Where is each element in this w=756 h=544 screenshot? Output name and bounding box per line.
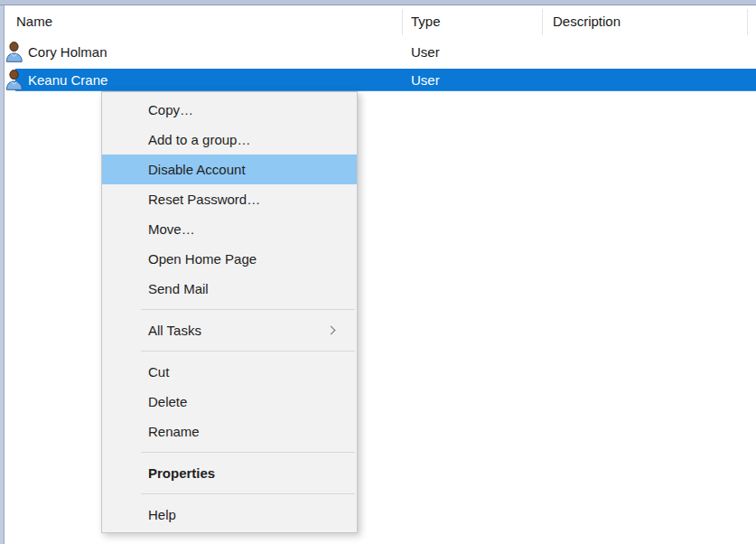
row-type: User [411, 41, 440, 63]
window-left-strip [0, 5, 5, 544]
menu-item-delete[interactable]: Delete [102, 387, 357, 417]
row-type: User [411, 69, 440, 91]
chevron-right-icon [327, 326, 336, 335]
column-divider[interactable] [542, 9, 543, 35]
column-header-description[interactable]: Description [553, 13, 621, 31]
menu-item-help[interactable]: Help [102, 500, 357, 530]
menu-item-move[interactable]: Move… [102, 214, 357, 244]
menu-item-rename[interactable]: Rename [102, 417, 357, 446]
menu-item-add-to-a-group[interactable]: Add to a group… [102, 125, 357, 155]
menu-separator [141, 309, 355, 310]
menu-item-cut[interactable]: Cut [102, 357, 357, 387]
user-icon [5, 42, 23, 62]
menu-item-send-mail[interactable]: Send Mail [102, 274, 357, 304]
table-row[interactable]: Cory HolmanUser [15, 41, 756, 63]
users-list-view: Name Type Description Cory HolmanUser Ke… [0, 0, 756, 544]
menu-separator [141, 493, 355, 494]
menu-item-copy[interactable]: Copy… [102, 95, 357, 125]
row-name: Keanu Crane [28, 69, 107, 91]
menu-item-reset-password[interactable]: Reset Password… [102, 184, 357, 214]
menu-item-properties[interactable]: Properties [102, 458, 357, 488]
column-header-type[interactable]: Type [411, 13, 441, 31]
menu-item-all-tasks[interactable]: All Tasks [102, 315, 357, 345]
user-icon [5, 70, 23, 90]
column-header-name[interactable]: Name [16, 13, 52, 31]
menu-separator [141, 351, 355, 352]
context-menu: Copy…Add to a group…Disable AccountReset… [101, 91, 358, 533]
column-divider[interactable] [747, 9, 748, 35]
table-row[interactable]: Keanu CraneUser [15, 69, 756, 91]
menu-separator [141, 452, 355, 453]
window-top-strip [0, 0, 756, 5]
menu-item-open-home-page[interactable]: Open Home Page [102, 244, 357, 274]
menu-item-disable-account[interactable]: Disable Account [102, 155, 357, 184]
column-divider[interactable] [402, 9, 403, 35]
row-name: Cory Holman [28, 41, 107, 63]
